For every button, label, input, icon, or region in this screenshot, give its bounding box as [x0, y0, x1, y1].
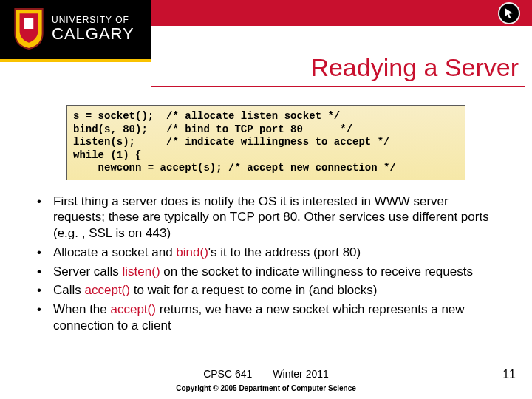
bullet-text: First thing a server does is notify the …: [53, 194, 489, 241]
bullet-list: First thing a server does is notify the …: [0, 194, 532, 334]
bullet-item: Calls accept() to wait for a request to …: [30, 282, 502, 299]
course-code: CPSC 641: [203, 368, 252, 380]
bullet-text: to wait for a request to come in (and bl…: [130, 283, 378, 297]
copyright-text: Copyright © 2005 Department of Computer …: [0, 384, 532, 392]
code-block: s = socket(); /* allocate listen socket …: [66, 105, 466, 180]
bullet-item: Server calls listen() on the socket to i…: [30, 264, 502, 280]
page-title: Readying a Server: [310, 53, 519, 82]
code-term: listen(): [123, 265, 160, 279]
bullet-text: Server calls: [53, 265, 123, 279]
header-yellow-bar: [0, 59, 151, 62]
wordmark-bottom: CALGARY: [52, 25, 134, 42]
code-term: bind(): [176, 245, 208, 259]
calgary-logo: UNIVERSITY OF CALGARY: [13, 7, 134, 50]
bullet-text: on the socket to indicate willingness to…: [160, 265, 473, 279]
slide-header: UNIVERSITY OF CALGARY Readying a Server: [0, 0, 532, 89]
svg-rect-0: [24, 18, 33, 30]
code-term: accept(): [85, 283, 130, 297]
wordmark-top: UNIVERSITY OF: [52, 16, 134, 25]
bullet-text: When the: [53, 302, 111, 316]
bullet-text: Allocate a socket and: [53, 245, 176, 259]
bullet-item: Allocate a socket and bind()'s it to the…: [30, 245, 502, 261]
wordmark: UNIVERSITY OF CALGARY: [52, 16, 134, 42]
bullet-item: First thing a server does is notify the …: [30, 194, 502, 242]
bullet-item: When the accept() returns, we have a new…: [30, 301, 502, 334]
bullet-text: Calls: [53, 283, 85, 297]
title-underline: [151, 86, 525, 87]
crest-icon: [13, 7, 44, 50]
code-term: accept(): [111, 302, 156, 316]
term-label: Winter 2011: [273, 368, 328, 380]
bullet-text: 's it to the address (port 80): [208, 245, 361, 259]
slide-footer: CPSC 641Winter 2011 11 Copyright © 2005 …: [0, 368, 532, 399]
header-red-bar: [151, 0, 532, 26]
footer-center: CPSC 641Winter 2011: [0, 368, 532, 380]
page-number: 11: [502, 368, 516, 381]
cursor-icon: [498, 2, 520, 24]
